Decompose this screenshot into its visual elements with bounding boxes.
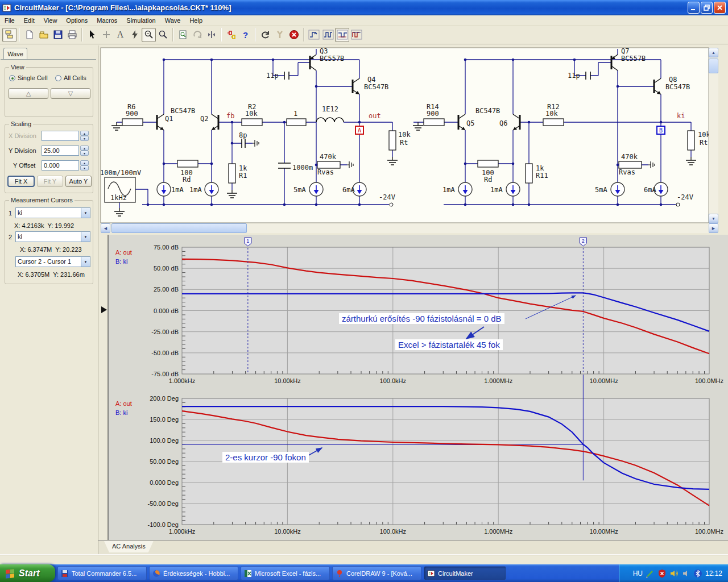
legend-entry: A: out: [115, 249, 132, 256]
schematic-label: 5mA: [595, 186, 607, 194]
task-total-commander[interactable]: Total Commander 6.5...: [57, 566, 147, 580]
antivirus-shield-icon[interactable]: [657, 569, 667, 578]
wire-plus-icon[interactable]: [99, 28, 113, 42]
schematic-label: Q5: [466, 119, 474, 127]
volume-icon[interactable]: [669, 569, 679, 578]
find-page-icon[interactable]: [176, 28, 190, 42]
schematic-label: 470k: [320, 153, 337, 161]
language-indicator[interactable]: HU: [633, 569, 643, 577]
scroll-down-icon[interactable]: ▼: [709, 214, 718, 223]
split-view-icon[interactable]: [204, 28, 218, 42]
y-offset-input[interactable]: 0.000: [42, 160, 79, 171]
parts-browser-icon[interactable]: [2, 28, 16, 42]
auto-y-button[interactable]: Auto Y: [65, 176, 92, 187]
fit-x-button[interactable]: Fit X: [7, 176, 35, 187]
scroll-up-icon[interactable]: ▲: [709, 48, 718, 57]
menu-edit[interactable]: Edit: [19, 16, 39, 25]
radio-single-cell-icon[interactable]: [9, 75, 15, 81]
scaling-group-label: Scaling: [9, 120, 33, 127]
help-icon[interactable]: ?: [238, 28, 253, 42]
new-file-icon[interactable]: [22, 28, 36, 42]
schematic-label: BC557B: [320, 55, 344, 63]
menu-help[interactable]: Help: [185, 16, 207, 25]
menu-wave[interactable]: Wave: [160, 16, 185, 25]
schematic-label: 1mA: [189, 186, 202, 194]
hscroll-thumb[interactable]: [111, 223, 247, 233]
scroll-right-icon[interactable]: ▶: [709, 223, 718, 233]
tab-wave[interactable]: Wave: [3, 48, 27, 60]
scope-1-icon[interactable]: [307, 28, 321, 42]
x-division-input: [42, 131, 79, 141]
task-firefox[interactable]: Érdekességek - Hobbi...: [149, 566, 238, 580]
x-division-spinner[interactable]: ▲▼: [80, 131, 89, 141]
text-tool-icon[interactable]: A: [113, 28, 127, 42]
scope-2-icon[interactable]: [321, 28, 335, 42]
scope-3-icon[interactable]: [335, 28, 349, 42]
vscroll-thumb[interactable]: [709, 59, 718, 73]
radio-all-cells-icon[interactable]: [55, 75, 61, 81]
cursor-diff-select[interactable]: Cursor 2 - Cursor 1▼: [15, 256, 90, 267]
close-button[interactable]: [714, 2, 726, 14]
schematic-hscrollbar[interactable]: ◀ ▶: [101, 223, 718, 233]
run-simulation-icon[interactable]: [224, 28, 238, 42]
total-commander-icon: [61, 569, 69, 577]
supply-terminal: [676, 203, 680, 206]
tab-ac-analysis[interactable]: AC Analysis: [104, 541, 154, 552]
chevron-down-icon[interactable]: ▼: [81, 257, 90, 267]
menu-view[interactable]: View: [39, 16, 62, 25]
schematic-label: 1E12: [322, 105, 338, 113]
stop-icon[interactable]: [287, 28, 301, 42]
task-circuitmaker[interactable]: CircuitMaker: [424, 566, 506, 580]
zoom-in-icon[interactable]: [156, 28, 170, 42]
radio-all-cells[interactable]: All Cells: [55, 74, 86, 81]
task-excel[interactable]: Microsoft Excel - fázis...: [241, 566, 330, 580]
zoom-out-icon[interactable]: [142, 28, 156, 42]
app-icon: [2, 3, 11, 13]
menu-simulation[interactable]: Simulation: [122, 16, 160, 25]
scroll-left-icon[interactable]: ◀: [101, 223, 110, 233]
reset-icon[interactable]: [258, 28, 272, 42]
menu-options[interactable]: Options: [61, 16, 92, 25]
probe-lightning-icon[interactable]: [127, 28, 142, 42]
print-icon[interactable]: [65, 28, 79, 42]
schematic-canvas[interactable]: A B R6900BC547BQ1Q2fbR210k111pQ3BC557BQ4…: [99, 45, 728, 234]
schematic-label: Rt: [700, 139, 708, 147]
menu-file[interactable]: File: [0, 16, 19, 25]
mixer-icon[interactable]: [681, 569, 690, 578]
task-coreldraw[interactable]: CorelDRAW 9 - [Ková...: [332, 566, 421, 580]
cell-up-button[interactable]: △: [9, 88, 48, 99]
open-folder-icon[interactable]: [36, 28, 51, 42]
schematic-label: 900: [427, 110, 439, 118]
schematic-label: fb: [226, 112, 234, 120]
x-axis-tick-label: 1.000kHz: [169, 377, 195, 384]
cursor-diff-readout: X: 6.3705M Y: 231.66m: [18, 271, 85, 278]
bluetooth-icon[interactable]: [693, 569, 702, 578]
start-button[interactable]: Start: [0, 564, 55, 582]
cell-down-button[interactable]: ▽: [51, 88, 90, 99]
waveform-plots[interactable]: 1275.00 dB50.00 dB25.00 dB0.000 dB-25.00…: [99, 234, 728, 540]
minimize-button[interactable]: [688, 2, 700, 14]
cursor2-signal-select[interactable]: ki▼: [15, 231, 90, 242]
restore-button[interactable]: [701, 2, 713, 14]
schematic-label: 10k: [245, 110, 258, 118]
y-division-spinner[interactable]: ▲▼: [80, 146, 89, 156]
menu-macros[interactable]: Macros: [92, 16, 122, 25]
cursor1-signal-select[interactable]: ki▼: [15, 207, 90, 218]
y-offset-spinner[interactable]: ▲▼: [80, 160, 89, 171]
y-division-input[interactable]: 25.00: [42, 146, 79, 156]
save-floppy-icon[interactable]: [51, 28, 65, 42]
chevron-down-icon[interactable]: ▼: [81, 232, 90, 242]
pen-icon[interactable]: [646, 569, 655, 578]
schematic-label: BC547B: [171, 107, 195, 115]
scope-4-icon[interactable]: [349, 28, 363, 42]
schematic-label: 10k: [545, 110, 558, 118]
schematic-label: Q8: [669, 76, 677, 84]
system-tray: HU 12:12: [619, 564, 728, 582]
chevron-down-icon[interactable]: ▼: [81, 208, 90, 218]
schematic-vscrollbar[interactable]: ▲ ▼: [709, 48, 718, 223]
y-axis-tick-label: 0.000 dB: [154, 307, 179, 314]
select-arrow-icon[interactable]: [85, 28, 99, 42]
rotate-icon: [190, 28, 204, 42]
schematic-label: 470k: [621, 153, 638, 161]
radio-single-cell[interactable]: Single Cell: [9, 74, 48, 81]
